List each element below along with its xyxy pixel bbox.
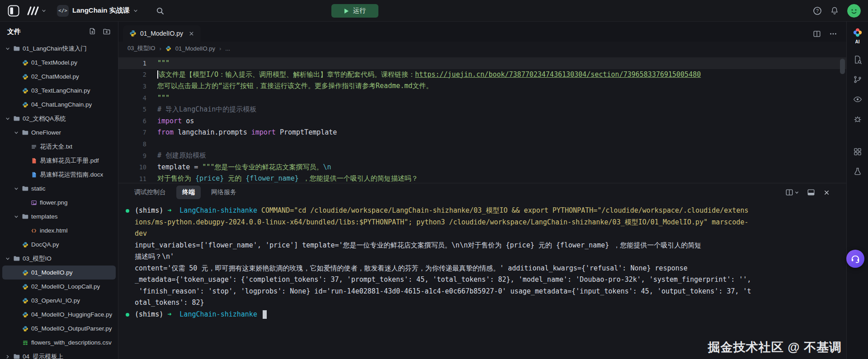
close-tab-icon[interactable] (189, 31, 194, 37)
breadcrumb-separator: › (219, 45, 221, 52)
debug-bug-icon[interactable] (853, 115, 862, 124)
tree-file[interactable]: 05_ModelIO_OutputParser.py (2, 322, 116, 336)
source-control-branch-icon[interactable] (853, 75, 862, 84)
indent-spacer (14, 312, 19, 317)
notifications-bell-icon[interactable] (830, 6, 839, 15)
chevron-down-icon[interactable] (14, 186, 19, 191)
chevron-down-icon[interactable] (5, 46, 10, 51)
community-watermark: 掘金技术社区 @ 不基调 (708, 339, 842, 355)
code-text: # 创建原始模板 (146, 151, 206, 160)
breadcrumb-symbol[interactable]: ... (225, 45, 230, 52)
tree-file[interactable]: 01_TextModel.py (2, 56, 116, 70)
chevron-down-icon[interactable] (5, 116, 10, 121)
code-line[interactable]: 5# 导入LangChain中的提示模板 (118, 103, 846, 115)
tree-file[interactable]: 03_OpenAI_IO.py (2, 294, 116, 308)
ai-assistant-button[interactable]: AI (852, 27, 863, 44)
code-line[interactable]: 11对于售价为 {price} 元的 {flower_name} ，您能提供一个… (118, 173, 846, 183)
split-editor-icon[interactable] (813, 30, 821, 38)
tree-folder[interactable]: 03_模型IO (2, 252, 116, 266)
py-file-icon (22, 311, 28, 318)
terminal-line: (shims) ➜ LangChain-shizhanke (118, 309, 846, 321)
sidebar-title: 文件 (7, 28, 21, 36)
file-search-icon[interactable] (853, 55, 862, 64)
run-label: 运行 (353, 7, 366, 15)
docx-file-icon (30, 171, 37, 178)
panel-layout-icon[interactable] (807, 188, 815, 196)
py-file-icon (22, 59, 28, 66)
editor-tab[interactable]: 01_ModelIO.py (123, 25, 201, 42)
tree-file[interactable]: 花语大全.txt (2, 140, 116, 154)
code-line[interactable]: 7from langchain.prompts import PromptTem… (118, 127, 846, 139)
editor-scrollbar[interactable] (840, 59, 845, 74)
tree-folder[interactable]: 04_提示模板上 (2, 350, 116, 359)
help-icon[interactable]: ? (813, 6, 822, 15)
line-number: 9 (118, 152, 146, 159)
support-floating-button[interactable] (846, 250, 864, 268)
tree-folder[interactable]: templates (2, 210, 116, 224)
code-line[interactable]: 1""" (118, 57, 846, 69)
split-terminal-icon[interactable] (785, 188, 799, 196)
code-text: 您可以点击最上方的“运行”按钮，直接运行该文件。更多操作指引请参考Readme.… (146, 82, 433, 90)
chevron-down-icon[interactable] (5, 256, 10, 261)
tab-network-service[interactable]: 网络服务 (205, 186, 242, 199)
breadcrumb-folder[interactable]: 03_模型IO (127, 44, 155, 52)
tab-debug-console[interactable]: 调试控制台 (128, 186, 172, 199)
search-icon[interactable] (156, 7, 164, 15)
close-panel-icon[interactable] (823, 189, 830, 196)
indent-spacer (14, 270, 19, 275)
tree-file[interactable]: 01_ModelIO.py (2, 266, 116, 280)
tree-file[interactable]: 易速鲜花运营指南.docx (2, 168, 116, 182)
chevron-down-icon[interactable] (14, 214, 19, 219)
tree-file[interactable]: 04_ChatLangChain.py (2, 98, 116, 112)
ai-logo-icon (852, 27, 863, 38)
file-name: DocQA.py (31, 241, 59, 248)
tree-folder[interactable]: static (2, 182, 116, 196)
test-flask-icon[interactable] (853, 167, 862, 176)
code-line[interactable]: 2该文件是【模型I/O：输入提示、调用模型、解析输出】章节的配套代码。课程链接：… (118, 69, 846, 81)
extensions-grid-icon[interactable] (853, 147, 862, 156)
file-name: 05_ModelIO_OutputParser.py (31, 325, 112, 332)
preview-eye-icon[interactable] (853, 95, 862, 104)
code-editor[interactable]: 1"""2该文件是【模型I/O：输入提示、调用模型、解析输出】章节的配套代码。课… (118, 55, 846, 183)
code-line[interactable]: 8 (118, 138, 846, 150)
tree-folder[interactable]: OneFlower (2, 126, 116, 140)
tree-file[interactable]: DocQA.py (2, 238, 116, 252)
tree-file[interactable]: 02_ModelIO_LoopCall.py (2, 280, 116, 294)
indent-spacer (14, 74, 19, 79)
tree-file[interactable]: 02_ChatModel.py (2, 70, 116, 84)
py-file-icon (22, 297, 28, 304)
code-line[interactable]: 10template = """您是一位专业的鲜花店文案撰写员。\n (118, 161, 846, 173)
text-cursor (157, 70, 158, 79)
line-number: 1 (118, 60, 146, 67)
more-actions-icon[interactable] (829, 30, 837, 38)
tab-terminal[interactable]: 终端 (176, 186, 201, 199)
new-folder-icon[interactable] (103, 28, 111, 36)
chevron-down-icon[interactable] (14, 130, 19, 135)
chevron-right-icon[interactable] (5, 354, 10, 359)
code-line[interactable]: 6import os (118, 115, 846, 127)
code-line[interactable]: 4""" (118, 92, 846, 104)
code-line[interactable]: 3您可以点击最上方的“运行”按钮，直接运行该文件。更多操作指引请参考Readme… (118, 80, 846, 92)
run-button[interactable]: 运行 (331, 4, 378, 18)
new-file-icon[interactable] (89, 28, 96, 36)
code-line[interactable]: 9# 创建原始模板 (118, 150, 846, 162)
workspace-switcher[interactable]: </> LangChain 实战课 (57, 5, 138, 17)
user-avatar[interactable] (847, 4, 861, 18)
tree-file[interactable]: 03_TextLangChain.py (2, 84, 116, 98)
terminal-output[interactable]: (shims) ➜ LangChain-shizhanke COMMAND="c… (118, 201, 846, 359)
tree-folder[interactable]: 01_LangChain快速入门 (2, 42, 116, 56)
tree-file[interactable]: 04_ModelIO_HuggingFace.py (2, 308, 116, 322)
tree-folder[interactable]: 02_文档QA系统 (2, 112, 116, 126)
brand-menu-button[interactable] (26, 6, 46, 16)
folder-icon (22, 213, 28, 220)
svg-text:?: ? (816, 8, 819, 13)
tree-file[interactable]: 易速鲜花员工手册.pdf (2, 154, 116, 168)
tree-file[interactable]: index.html (2, 224, 116, 238)
tree-file[interactable]: flower.png (2, 196, 116, 210)
tree-file[interactable]: flowers_with_descriptions.csv (2, 336, 116, 350)
breadcrumb-file[interactable]: 01_ModelIO.py (175, 45, 215, 52)
folder-icon (13, 115, 20, 122)
file-name: 03_TextLangChain.py (31, 87, 90, 94)
app-logo-button[interactable] (7, 5, 20, 17)
terminal-line: ions/ms-python.debugpy-2024.0.0-linux-x6… (118, 217, 846, 228)
